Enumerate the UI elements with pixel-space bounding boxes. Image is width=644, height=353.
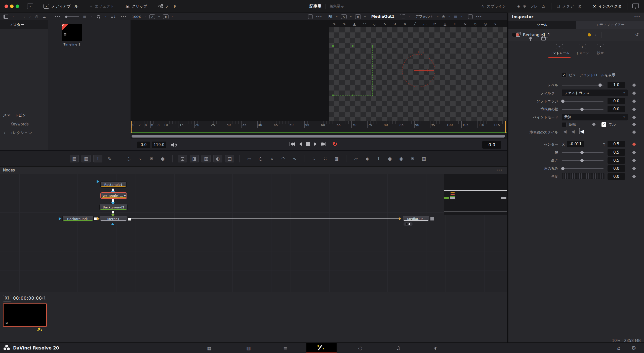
page-edit-button[interactable]: ≡ (278, 343, 293, 353)
channel-icon[interactable]: ▪ (163, 14, 169, 19)
width-keyframe-icon[interactable] (632, 151, 636, 155)
viewer-node-name[interactable]: MediaOut1 (371, 14, 394, 19)
ellipse-mask-tool-icon[interactable]: ○ (256, 155, 265, 162)
current-frame-field[interactable]: 0.0 (482, 141, 501, 149)
viewer-fit-chevron-icon[interactable]: ∨ (336, 15, 338, 18)
draw-polyline-icon[interactable]: ✎ (341, 22, 348, 26)
metadata-toggle-button[interactable]: ❒ メタデータ (551, 0, 587, 13)
transform-tool-icon[interactable]: ◱ (178, 155, 187, 162)
center-keyframe-icon[interactable] (632, 142, 636, 146)
cloud-icon[interactable]: ☁ (42, 15, 46, 19)
full-checkbox[interactable]: ✓ (601, 122, 606, 127)
angle-thumbwheel[interactable] (562, 173, 605, 179)
viewer-canvas[interactable] (329, 27, 507, 121)
text-plus-tool-icon[interactable]: T (93, 155, 102, 162)
maximize-window-button[interactable] (16, 5, 19, 8)
polygon-tool-icon[interactable]: △ (441, 22, 449, 26)
grid-view-chevron-icon[interactable]: ∨ (91, 15, 93, 18)
color-wheels-icon[interactable]: ⊛ (442, 14, 445, 19)
page-cut-button[interactable]: ▥ (241, 343, 256, 353)
viewer-channel-icon[interactable]: ▪ (355, 14, 361, 19)
copy-settings-icon[interactable] (516, 33, 520, 37)
single-viewer-icon[interactable] (308, 14, 313, 19)
rectangle-mask-tool-icon[interactable]: ▭ (245, 155, 254, 162)
more-chevron-icon[interactable]: ∨ (492, 22, 499, 26)
effects-toggle-button[interactable]: ✧ エフェクト (84, 0, 120, 13)
timeline-clip-label[interactable]: Timeline 1 (62, 42, 82, 46)
back-icon[interactable]: ‹ (23, 14, 25, 19)
full-keyframe-icon[interactable] (632, 122, 636, 126)
playhead[interactable] (131, 121, 132, 133)
node-graph[interactable]: Rectangle1 Rectangle1... ◆ Background2 B… (0, 174, 507, 292)
angle-value-field[interactable]: 0.0 (608, 173, 625, 180)
color-corrector-tool-icon[interactable]: ◌ (125, 155, 133, 162)
filter-dropdown[interactable]: ファストガウス ∨ (562, 90, 628, 96)
pin-icon[interactable] (529, 37, 532, 39)
background1-output-connector[interactable] (94, 217, 97, 220)
merge1-output-connector[interactable] (128, 217, 131, 221)
paint-mode-dropdown[interactable]: 乗算 ∨ (562, 114, 628, 120)
center-y-field[interactable]: 0.5 (608, 141, 625, 147)
viewer2-dot-icon[interactable] (409, 223, 410, 225)
border-style-flat-icon[interactable]: ◀ (579, 128, 584, 134)
smart-bin-collections[interactable]: › コレクション (4, 130, 32, 135)
viewer-grid-icon[interactable]: ▦ (454, 15, 457, 19)
fusion-time-ruler[interactable]: 0246810152025303540455055606570758085909… (131, 121, 507, 132)
linear-handle-icon[interactable]: ◡ (371, 22, 378, 26)
image-plane-3d-tool-icon[interactable]: ▱ (352, 155, 360, 162)
inspector-options-icon[interactable]: ••• (634, 15, 640, 18)
border-width-keyframe-icon[interactable] (632, 107, 636, 111)
expand-viewer-icon[interactable] (468, 14, 473, 19)
thumb-size-slider[interactable] (65, 16, 79, 18)
viewer-grid-chevron-icon[interactable]: ∨ (460, 15, 462, 18)
angle-keyframe-icon[interactable] (632, 175, 636, 179)
soft-edge-value-field[interactable]: 0.0 (608, 98, 625, 104)
merge-3d-tool-icon[interactable]: ● (386, 155, 394, 162)
node-background1[interactable]: Background1 (62, 216, 94, 222)
border-style-keyframe-icon[interactable] (632, 130, 636, 134)
bin-list-chevron-icon[interactable]: ∨ (13, 15, 15, 18)
close-window-button[interactable] (5, 5, 8, 8)
search-chevron-icon[interactable]: ∨ (104, 15, 106, 18)
viewer-more-icon[interactable]: ••• (476, 15, 482, 18)
paint-tool-icon[interactable]: ✎ (105, 155, 114, 162)
channel-chevron-icon[interactable]: ∨ (172, 15, 174, 18)
lock-icon[interactable] (541, 37, 546, 40)
text-3d-tool-icon[interactable]: T (374, 155, 383, 162)
keyer-tool-icon[interactable]: ◐ (213, 155, 222, 162)
spline-toggle-button[interactable]: ∿ スプライン (476, 0, 511, 13)
quick-export-icon[interactable]: ∨ (27, 4, 33, 9)
keyframe-toggle-button[interactable]: ◈ キーフレーム (512, 0, 551, 13)
undo-shape-icon[interactable]: ↺ (391, 22, 398, 26)
width-value-field[interactable]: 0.5 (608, 149, 625, 156)
paint-mode-keyframe-icon[interactable] (632, 115, 636, 119)
merge-tool-icon[interactable]: ◨ (190, 155, 199, 162)
viewer-zoom-chevron-icon[interactable]: ∨ (144, 15, 146, 18)
viewer-channel-chevron-icon[interactable]: ∨ (364, 15, 366, 18)
renderer-3d-tool-icon[interactable]: ▦ (420, 155, 428, 162)
background1-view-indicator[interactable] (59, 217, 61, 220)
timeline-scrollbar[interactable] (132, 135, 505, 138)
tab-tools[interactable]: ツール (508, 21, 576, 29)
audio-mute-icon[interactable] (171, 142, 177, 148)
bspline-mask-tool-icon[interactable]: ◠ (279, 155, 288, 162)
minimize-window-button[interactable] (10, 5, 14, 8)
merge1-view-indicator[interactable] (111, 223, 114, 225)
width-slider[interactable] (562, 152, 603, 153)
roi-icon[interactable] (400, 14, 405, 19)
particle-emitter-tool-icon[interactable]: ∴ (310, 155, 318, 162)
wave-modifier-icon[interactable]: ≈ (461, 22, 469, 26)
media-pool-more-icon[interactable]: ••• (120, 15, 127, 18)
rect-select-icon[interactable]: ▭ (421, 22, 429, 26)
subtab-settings[interactable]: • 設定 (593, 44, 608, 55)
page-color-button[interactable]: ◌ (353, 343, 368, 353)
mediaout1-output-connector[interactable] (430, 217, 434, 221)
range-end-field[interactable]: 119.0 (152, 142, 166, 148)
page-fairlight-button[interactable]: ♫ (391, 343, 406, 353)
border-style-bevel-icon[interactable]: ◀ (563, 129, 567, 134)
zoom-tool-icon[interactable]: ◎ (481, 22, 489, 26)
go-to-end-button[interactable] (321, 142, 326, 146)
node-rectangle1-1-selected[interactable]: Rectangle1... ◆ (100, 192, 127, 199)
border-style-round-icon[interactable]: ◀ (571, 129, 575, 134)
grid-view-icon[interactable]: ▦ (83, 15, 86, 19)
